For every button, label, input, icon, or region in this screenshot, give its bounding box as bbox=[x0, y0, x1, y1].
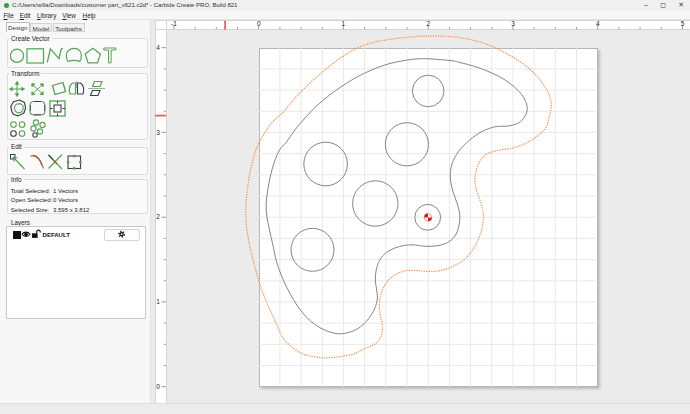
svg-text:2: 2 bbox=[156, 213, 160, 220]
svg-text:4: 4 bbox=[156, 44, 160, 51]
svg-text:1: 1 bbox=[156, 298, 160, 305]
svg-text:4: 4 bbox=[596, 20, 600, 27]
svg-text:1: 1 bbox=[342, 20, 346, 27]
svg-text:2: 2 bbox=[426, 20, 430, 27]
svg-text:0: 0 bbox=[257, 20, 261, 27]
svg-text:5: 5 bbox=[681, 20, 685, 27]
svg-text:0: 0 bbox=[156, 383, 160, 390]
svg-text:3: 3 bbox=[156, 129, 160, 136]
svg-text:3: 3 bbox=[511, 20, 515, 27]
svg-text:-1: -1 bbox=[171, 20, 177, 27]
